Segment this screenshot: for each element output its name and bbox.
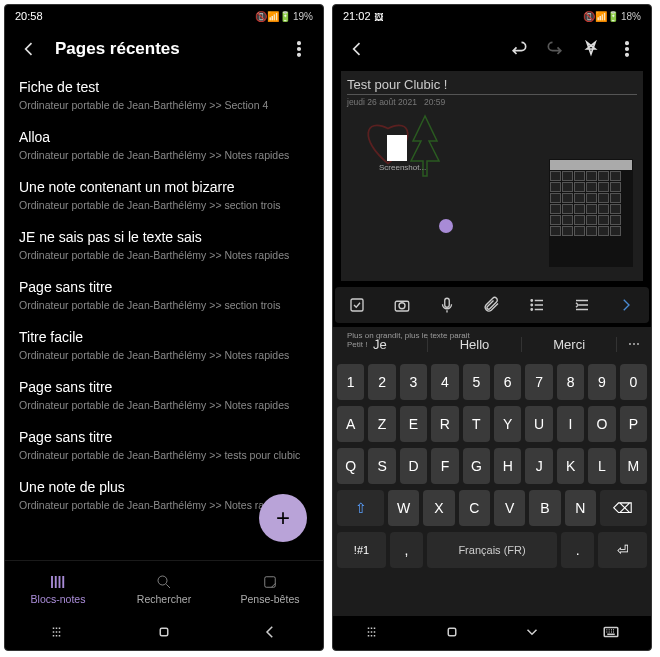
back-icon[interactable] — [343, 35, 371, 63]
home-icon[interactable] — [155, 623, 173, 644]
app-bar — [333, 27, 651, 71]
period-key[interactable]: . — [561, 532, 594, 568]
key[interactable]: X — [423, 490, 454, 526]
key[interactable]: 1 — [337, 364, 364, 400]
system-nav — [5, 616, 323, 650]
tab-notebooks[interactable]: Blocs-notes — [5, 573, 111, 605]
add-page-fab[interactable]: + — [259, 494, 307, 542]
attach-icon[interactable] — [475, 288, 509, 322]
key-row-1: 1 2 3 4 5 6 7 8 9 0 — [333, 361, 651, 403]
bottom-nav: Blocs-notes Rechercher Pense-bêtes — [5, 560, 323, 616]
phone-recent-pages: 20:58 📵📶🔋 19% Pages récentes Fiche de te… — [4, 4, 324, 651]
list-item[interactable]: Titre facile Ordinateur portable de Jean… — [5, 321, 323, 371]
key[interactable]: D — [400, 448, 427, 484]
key[interactable]: 4 — [431, 364, 458, 400]
camera-icon[interactable] — [385, 288, 419, 322]
key[interactable]: 8 — [557, 364, 584, 400]
status-icons: 📵📶🔋 19% — [255, 11, 313, 22]
key[interactable]: F — [431, 448, 458, 484]
key[interactable]: P — [620, 406, 647, 442]
svg-rect-4 — [265, 576, 276, 587]
key[interactable]: O — [588, 406, 615, 442]
more-icon[interactable] — [613, 35, 641, 63]
key[interactable]: B — [529, 490, 560, 526]
recents-icon[interactable] — [364, 623, 382, 644]
mic-icon[interactable] — [430, 288, 464, 322]
key[interactable]: E — [400, 406, 427, 442]
svg-point-15 — [531, 309, 533, 311]
drawing-area: Screenshot... — [347, 111, 637, 241]
key[interactable]: M — [620, 448, 647, 484]
key[interactable]: L — [588, 448, 615, 484]
key[interactable]: Z — [368, 406, 395, 442]
key[interactable]: Q — [337, 448, 364, 484]
key[interactable]: K — [557, 448, 584, 484]
key[interactable]: N — [565, 490, 596, 526]
checkbox-icon[interactable] — [340, 288, 374, 322]
key[interactable]: I — [557, 406, 584, 442]
key-row-2: A Z E R T Y U I O P — [333, 403, 651, 445]
key[interactable]: J — [525, 448, 552, 484]
home-icon[interactable] — [443, 623, 461, 644]
list-item[interactable]: Page sans titre Ordinateur portable de J… — [5, 371, 323, 421]
svg-point-1 — [298, 48, 301, 51]
file-label: Screenshot... — [379, 163, 426, 172]
svg-rect-9 — [351, 299, 363, 311]
list-item[interactable]: Page sans titre Ordinateur portable de J… — [5, 421, 323, 471]
recents-icon[interactable] — [49, 623, 67, 644]
file-icon[interactable] — [387, 135, 407, 161]
svg-point-7 — [626, 48, 629, 51]
key[interactable]: A — [337, 406, 364, 442]
backspace-key[interactable]: ⌫ — [600, 490, 647, 526]
keyboard-photo[interactable] — [549, 159, 633, 267]
symbols-key[interactable]: !#1 — [337, 532, 386, 568]
back-icon[interactable] — [15, 35, 43, 63]
key[interactable]: 2 — [368, 364, 395, 400]
key[interactable]: 6 — [494, 364, 521, 400]
tab-sticky[interactable]: Pense-bêtes — [217, 573, 323, 605]
note-title[interactable]: Test pour Clubic ! — [347, 77, 637, 95]
key[interactable]: 7 — [525, 364, 552, 400]
bullet-list-icon[interactable] — [520, 288, 554, 322]
enter-key[interactable]: ⏎ — [598, 532, 647, 568]
keyboard-switch-icon[interactable] — [602, 623, 620, 644]
key[interactable]: S — [368, 448, 395, 484]
key[interactable]: U — [525, 406, 552, 442]
key[interactable]: Y — [494, 406, 521, 442]
key[interactable]: W — [388, 490, 419, 526]
pages-list[interactable]: Fiche de test Ordinateur portable de Jea… — [5, 71, 323, 560]
back-sys-icon[interactable] — [261, 623, 279, 644]
redo-icon[interactable] — [541, 35, 569, 63]
list-item[interactable]: Page sans titre Ordinateur portable de J… — [5, 271, 323, 321]
undo-icon[interactable] — [505, 35, 533, 63]
key[interactable]: G — [463, 448, 490, 484]
lasso-icon[interactable] — [577, 35, 605, 63]
shift-key[interactable]: ⇧ — [337, 490, 384, 526]
key[interactable]: 5 — [463, 364, 490, 400]
indent-icon[interactable] — [565, 288, 599, 322]
key[interactable]: H — [494, 448, 521, 484]
svg-point-3 — [158, 576, 167, 585]
list-item[interactable]: Une note contenant un mot bizarre Ordina… — [5, 171, 323, 221]
note-meta: jeudi 26 août 2021 20:59 — [347, 97, 637, 107]
next-toolbar-icon[interactable] — [609, 288, 643, 322]
key[interactable]: 3 — [400, 364, 427, 400]
key[interactable]: 0 — [620, 364, 647, 400]
list-item[interactable]: Alloa Ordinateur portable de Jean-Barthé… — [5, 121, 323, 171]
list-item[interactable]: Fiche de test Ordinateur portable de Jea… — [5, 71, 323, 121]
more-icon[interactable] — [285, 35, 313, 63]
tab-search[interactable]: Rechercher — [111, 573, 217, 605]
hide-keyboard-icon[interactable] — [523, 623, 541, 644]
key-row-5: !#1 , Français (FR) . ⏎ — [333, 529, 651, 571]
key[interactable]: 9 — [588, 364, 615, 400]
key[interactable]: C — [459, 490, 490, 526]
key[interactable]: V — [494, 490, 525, 526]
space-key[interactable]: Français (FR) — [427, 532, 558, 568]
soft-keyboard: Je Hello Merci ⋯ 1 2 3 4 5 6 7 8 9 0 A Z… — [333, 327, 651, 616]
key[interactable]: T — [463, 406, 490, 442]
list-item[interactable]: JE ne sais pas si le texte sais Ordinate… — [5, 221, 323, 271]
note-canvas[interactable]: Test pour Clubic ! jeudi 26 août 2021 20… — [341, 71, 643, 281]
comma-key[interactable]: , — [390, 532, 423, 568]
key[interactable]: R — [431, 406, 458, 442]
system-nav — [333, 616, 651, 650]
